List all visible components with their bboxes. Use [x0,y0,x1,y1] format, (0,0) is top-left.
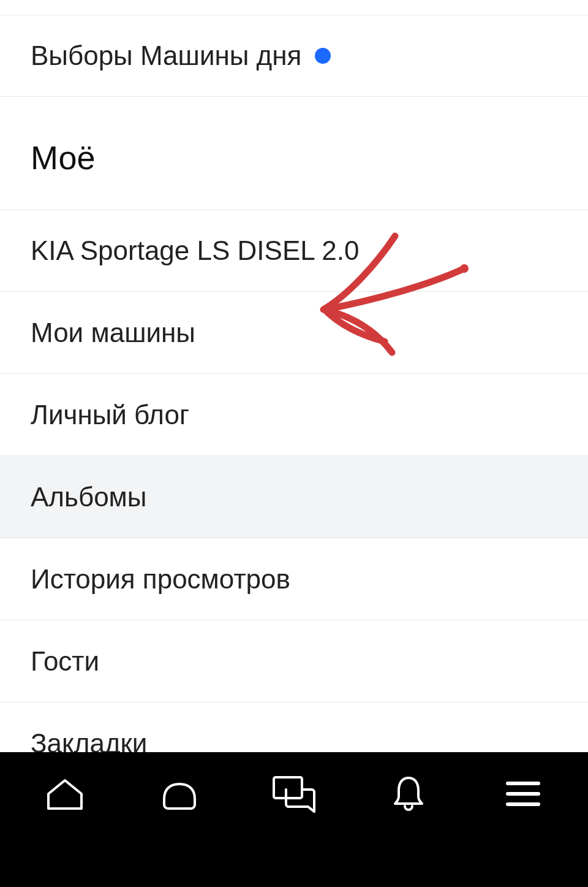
menu-item-my-cars[interactable]: Мои машины [0,292,588,374]
viewport: Выборы Машины дня Моё KIA Sportage LS DI… [0,0,588,887]
bottom-nav [0,752,588,887]
menu-item-label: Выборы Машины дня [31,40,301,71]
car-icon [158,778,201,810]
menu-item-label: Личный блог [31,400,189,430]
unread-dot-icon [315,48,331,64]
menu-item-albums[interactable]: Альбомы [0,456,588,538]
menu-item-car-of-day[interactable]: Выборы Машины дня [0,15,588,97]
svg-rect-1 [274,777,302,798]
nav-messages[interactable] [265,769,323,818]
menu-item-label: История просмотров [31,564,290,595]
nav-home[interactable] [36,769,94,818]
content-area: Выборы Машины дня Моё KIA Sportage LS DI… [0,0,588,813]
menu-item-guests[interactable]: Гости [0,620,588,702]
menu-item-personal-blog[interactable]: Личный блог [0,374,588,456]
home-icon [46,777,84,811]
menu-item-label: Гости [31,646,99,677]
menu-item-history[interactable]: История просмотров [0,538,588,620]
menu-item-kia-sportage[interactable]: KIA Sportage LS DISEL 2.0 [0,210,588,292]
section-title-my: Моё [0,97,588,210]
menu-item-label: Альбомы [31,482,147,512]
menu-item-label: KIA Sportage LS DISEL 2.0 [31,235,360,266]
nav-menu[interactable] [494,769,552,818]
bell-icon [393,775,424,812]
menu-icon [505,780,541,808]
nav-notifications[interactable] [379,769,438,818]
nav-garage[interactable] [150,769,209,818]
messages-icon [271,775,317,813]
menu-item-label: Мои машины [31,318,195,348]
